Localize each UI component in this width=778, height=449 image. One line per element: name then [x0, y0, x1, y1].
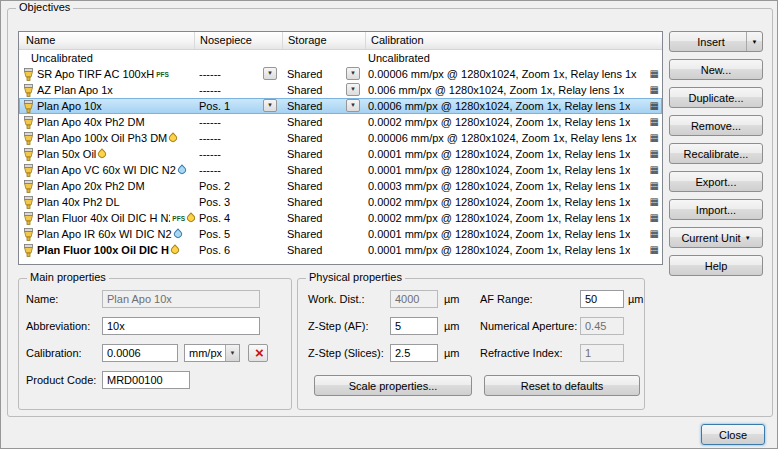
zstep-slices-label: Z-Step (Slices): — [308, 347, 384, 359]
side-button-help[interactable]: Help — [669, 255, 763, 276]
button-label: Reset to defaults — [521, 380, 604, 392]
zstep-slices-field[interactable] — [390, 344, 438, 362]
table-body: Uncalibrated Uncalibrated — [19, 50, 662, 258]
calculator-icon[interactable]: ▦ — [650, 69, 659, 79]
storage-cell: Shared ▼ — [283, 66, 366, 82]
objective-row-plan-fluor-100x-oil-dic-h[interactable]: Plan Fluor 100x Oil DIC H Pos. 6 Shared … — [19, 242, 662, 258]
calculator-icon[interactable]: ▦ — [650, 197, 659, 207]
calibration-value: 0.0001 mm/px @ 1280x1024, Zoom 1x, Relay… — [368, 228, 630, 240]
nosepiece-value: Pos. 2 — [199, 180, 230, 192]
numerical-aperture-field[interactable] — [580, 317, 624, 335]
objective-row-plan-apo-ir-60x-wi-dic-n2[interactable]: Plan Apo IR 60x WI DIC N2 Pos. 5 Shared … — [19, 226, 662, 242]
chevron-down-icon[interactable]: ▼ — [746, 32, 762, 51]
nosepiece-value: ------ — [199, 84, 221, 96]
group-row-uncalibrated[interactable]: Uncalibrated Uncalibrated — [19, 50, 662, 66]
objective-row-plan-50x-oil[interactable]: Plan 50x Oil ------ Shared 0.0001 mm/px … — [19, 146, 662, 162]
column-header-label: Nosepiece — [200, 34, 252, 46]
calibration-unit-select[interactable]: mm/px ▼ — [184, 344, 240, 362]
column-header-storage[interactable]: Storage — [283, 32, 366, 49]
objective-row-plan-apo-100x-oil-ph3-dm[interactable]: Plan Apo 100x Oil Ph3 DM ------ Shared 0… — [19, 130, 662, 146]
physical-properties-title: Physical properties — [306, 271, 405, 283]
calibration-value: 0.0001 mm/px @ 1280x1024, Zoom 1x, Relay… — [368, 244, 630, 256]
storage-cell: Shared — [283, 162, 366, 178]
column-header-calibration[interactable]: Calibration — [366, 32, 662, 49]
nosepiece-cell: Pos. 6 — [195, 242, 283, 258]
objective-row-plan-apo-10x[interactable]: Plan Apo 10x Pos. 1 ▼ Shared ▼ 0.0006 mm… — [19, 98, 662, 114]
column-header-name[interactable]: Name — [19, 32, 195, 49]
side-button-current-unit[interactable]: Current Unit ▼ — [669, 227, 763, 248]
side-button-duplicate[interactable]: Duplicate... — [669, 87, 763, 108]
side-button-export[interactable]: Export... — [669, 171, 763, 192]
calculator-icon[interactable]: ▦ — [650, 165, 659, 175]
nosepiece-dropdown-icon[interactable]: ▼ — [263, 67, 277, 80]
calculator-icon[interactable]: ▦ — [650, 213, 659, 223]
nosepiece-value: Pos. 5 — [199, 228, 230, 240]
delete-calibration-button[interactable]: × — [248, 344, 268, 362]
objective-row-plan-40x-ph2-dl[interactable]: Plan 40x Ph2 DL Pos. 3 Shared 0.0002 mm/… — [19, 194, 662, 210]
objective-icon — [22, 244, 35, 257]
objective-row-plan-apo-20x-ph2-dm[interactable]: Plan Apo 20x Ph2 DM Pos. 2 Shared 0.0003… — [19, 178, 662, 194]
objective-row-sr-apo-tirf-ac-100xh[interactable]: SR Apo TIRF AC 100xH PFS ------ ▼ Shared… — [19, 66, 662, 82]
side-button-recalibrate[interactable]: Recalibrate... — [669, 143, 763, 164]
objective-row-plan-apo-40x-ph2-dm[interactable]: Plan Apo 40x Ph2 DM ------ Shared 0.0002… — [19, 114, 662, 130]
calibration-cell: 0.0001 mm/px @ 1280x1024, Zoom 1x, Relay… — [366, 162, 662, 178]
storage-cell: Shared — [283, 242, 366, 258]
name-cell: Plan Apo VC 60x WI DIC N2 — [19, 164, 195, 177]
reset-to-defaults-button[interactable]: Reset to defaults — [484, 375, 640, 396]
storage-dropdown-icon[interactable]: ▼ — [346, 67, 360, 80]
af-range-field[interactable] — [580, 290, 624, 308]
abbreviation-field[interactable] — [102, 317, 260, 335]
objective-name: Plan 50x Oil — [37, 148, 96, 160]
name-cell: Plan Fluor 100x Oil DIC H — [19, 244, 195, 257]
storage-cell: Shared — [283, 146, 366, 162]
objective-icon — [22, 132, 35, 145]
calculator-icon[interactable]: ▦ — [650, 149, 659, 159]
side-button-new[interactable]: New... — [669, 59, 763, 80]
objective-row-plan-fluor-40x-oil-dic-h-n2[interactable]: Plan Fluor 40x Oil DIC H N2 PFS Pos. 4 S… — [19, 210, 662, 226]
nosepiece-value: Pos. 3 — [199, 196, 230, 208]
side-button-column: Insert ▼ New... Duplicate... Remove... — [669, 31, 763, 276]
storage-value: Shared — [287, 196, 322, 208]
column-header-nosepiece[interactable]: Nosepiece — [195, 32, 283, 49]
close-button[interactable]: Close — [701, 424, 765, 445]
objective-row-az-plan-apo-1x[interactable]: AZ Plan Apo 1x ------ Shared ▼ 0.006 mm/… — [19, 82, 662, 98]
refractive-index-field[interactable] — [580, 344, 624, 362]
objective-icon — [22, 196, 35, 209]
nosepiece-value: ------ — [199, 132, 221, 144]
zstep-af-field[interactable] — [390, 317, 438, 335]
name-field[interactable] — [102, 290, 260, 308]
calculator-icon[interactable]: ▦ — [650, 101, 659, 111]
nosepiece-cell: Pos. 3 — [195, 194, 283, 210]
objective-row-plan-apo-vc-60x-wi-dic-n2[interactable]: Plan Apo VC 60x WI DIC N2 ------ Shared … — [19, 162, 662, 178]
objective-name: Plan Apo VC 60x WI DIC N2 — [37, 164, 176, 176]
side-button-import[interactable]: Import... — [669, 199, 763, 220]
calculator-icon[interactable]: ▦ — [650, 245, 659, 255]
nosepiece-value: Pos. 1 — [199, 100, 230, 112]
calculator-icon[interactable]: ▦ — [650, 85, 659, 95]
storage-dropdown-icon[interactable]: ▼ — [346, 83, 360, 96]
calibration-value: 0.0003 mm/px @ 1280x1024, Zoom 1x, Relay… — [368, 180, 630, 192]
calculator-icon[interactable]: ▦ — [650, 133, 659, 143]
side-button-remove[interactable]: Remove... — [669, 115, 763, 136]
calculator-icon[interactable]: ▦ — [650, 229, 659, 239]
table-header: Name Nosepiece Storage Calibration — [19, 32, 662, 50]
button-label: Export... — [696, 176, 737, 188]
work-dist-field[interactable] — [390, 290, 438, 308]
calibration-field[interactable] — [102, 344, 178, 362]
objective-name: Plan Apo 40x Ph2 DM — [37, 116, 145, 128]
nosepiece-value: ------ — [199, 148, 221, 160]
objective-icon — [22, 68, 35, 81]
scale-properties-button[interactable]: Scale properties... — [314, 375, 472, 396]
storage-cell: Shared — [283, 130, 366, 146]
calibration-unit-value: mm/px — [185, 345, 225, 361]
button-label: Help — [705, 260, 728, 272]
product-code-field[interactable] — [102, 371, 190, 389]
side-button-insert[interactable]: Insert ▼ — [669, 31, 763, 52]
storage-dropdown-icon[interactable]: ▼ — [346, 99, 360, 112]
storage-value: Shared — [287, 100, 322, 112]
storage-value: Shared — [287, 68, 322, 80]
calculator-icon[interactable]: ▦ — [650, 117, 659, 127]
nosepiece-dropdown-icon[interactable]: ▼ — [263, 99, 277, 112]
calculator-icon[interactable]: ▦ — [650, 181, 659, 191]
storage-cell: Shared — [283, 178, 366, 194]
